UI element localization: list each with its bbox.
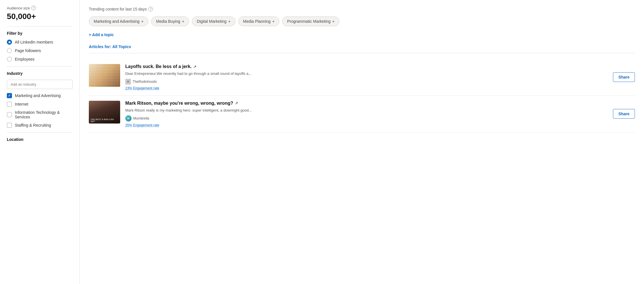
audience-size-value: 50,000+ xyxy=(7,12,73,21)
industry-internet[interactable]: Internet xyxy=(7,102,73,107)
article-excerpt-1: Dear Entrepreneur,We recently had to go … xyxy=(125,71,608,77)
industry-it-services[interactable]: Information Technology & Services xyxy=(7,110,73,119)
topic-pill-media-planning-label: Media Planning xyxy=(243,19,271,24)
topic-pill-programmatic-label: Programmatic Marketing xyxy=(287,19,331,24)
articles-for-label: Articles for: xyxy=(89,44,111,49)
audience-size-info-icon[interactable]: ? xyxy=(31,6,36,10)
industry-internet-label: Internet xyxy=(15,102,28,106)
filter-all-linkedin-label: All LinkedIn members xyxy=(15,40,53,44)
topic-pill-marketing[interactable]: Marketing and Advertising + xyxy=(89,17,148,26)
filter-page-followers-label: Page followers xyxy=(15,48,41,53)
audience-size-text: Audience size xyxy=(7,6,30,10)
source-icon-1: R xyxy=(125,79,131,85)
articles-for: Articles for: All Topics xyxy=(89,44,635,53)
topic-pill-marketing-plus: + xyxy=(141,19,143,24)
divider-1 xyxy=(7,26,73,26)
engagement-rate-1[interactable]: Engagement rate xyxy=(133,86,159,90)
main-content: Trending content for last 15 days ? Mark… xyxy=(80,0,644,284)
topic-pill-digital-marketing-plus: + xyxy=(228,19,231,24)
article-content-2: Mark Ritson, maybe you're wrong, wrong, … xyxy=(125,101,608,127)
article-title-2[interactable]: Mark Ritson, maybe you're wrong, wrong, … xyxy=(125,101,608,106)
share-button-2[interactable]: Share xyxy=(613,109,635,119)
add-topic-button[interactable]: + Add a topic xyxy=(89,31,114,38)
topic-pill-programmatic-plus: + xyxy=(332,19,335,24)
add-topic-label: + Add a topic xyxy=(89,32,114,37)
radio-all-linkedin[interactable] xyxy=(7,40,12,45)
industry-staffing-label: Staffing & Recruiting xyxy=(15,123,51,127)
topic-pill-media-buying-label: Media Buying xyxy=(156,19,180,24)
source-name-1: TheRodinhoods xyxy=(133,80,157,84)
filter-page-followers[interactable]: Page followers xyxy=(7,48,73,53)
topic-pill-media-buying-plus: + xyxy=(182,19,184,24)
filter-employees-label: Employees xyxy=(15,57,34,61)
article-title-text-2: Mark Ritson, maybe you're wrong, wrong, … xyxy=(125,101,233,106)
industry-it-services-label: Information Technology & Services xyxy=(15,110,73,119)
article-thumb-2-inner: THE BEST A MAN CAN GET xyxy=(89,101,120,124)
filter-radio-group: All LinkedIn members Page followers Empl… xyxy=(7,40,73,62)
industry-staffing[interactable]: Staffing & Recruiting xyxy=(7,123,73,128)
radio-employees[interactable] xyxy=(7,57,12,62)
source-icon-2: M xyxy=(125,115,132,122)
article-source-2: M Mumbrella xyxy=(125,115,608,122)
industry-marketing[interactable]: Marketing and Advertising xyxy=(7,93,73,98)
industry-checkbox-group: Marketing and Advertising Internet Infor… xyxy=(7,93,73,128)
topic-pill-media-planning[interactable]: Media Planning + xyxy=(238,17,280,26)
audience-size-label: Audience size ? xyxy=(7,6,73,10)
trending-header: Trending content for last 15 days ? xyxy=(89,7,635,11)
source-name-2: Mumbrella xyxy=(133,116,149,120)
external-link-icon-2: ↗ xyxy=(235,101,238,105)
article-thumb-1-inner xyxy=(89,64,120,87)
article-thumb-2-text: THE BEST A MAN CAN GET xyxy=(91,118,118,122)
filter-by-label: Filter by xyxy=(7,31,73,36)
topic-pill-marketing-label: Marketing and Advertising xyxy=(94,19,140,24)
industry-input[interactable] xyxy=(7,80,73,89)
engagement-pct-1: 23% xyxy=(125,86,132,90)
article-card-1: Layoffs suck. Be less of a jerk. ↗ Dear … xyxy=(89,59,635,96)
industry-label: Industry xyxy=(7,71,73,76)
topic-pill-digital-marketing[interactable]: Digital Marketing + xyxy=(192,17,235,26)
article-title-1[interactable]: Layoffs suck. Be less of a jerk. ↗ xyxy=(125,64,608,69)
article-thumbnail-1 xyxy=(89,64,120,87)
checkbox-staffing[interactable] xyxy=(7,123,12,128)
engagement-pct-2: 35% xyxy=(125,123,132,127)
share-button-1[interactable]: Share xyxy=(613,72,635,82)
sidebar: Audience size ? 50,000+ Filter by All Li… xyxy=(0,0,80,284)
engagement-2: 35% Engagement rate xyxy=(125,123,608,127)
engagement-rate-2[interactable]: Engagement rate xyxy=(133,123,159,127)
article-card-2: THE BEST A MAN CAN GET Mark Ritson, mayb… xyxy=(89,96,635,133)
divider-2 xyxy=(7,66,73,67)
divider-3 xyxy=(7,132,73,133)
topic-pill-media-buying[interactable]: Media Buying + xyxy=(151,17,189,26)
filter-all-linkedin[interactable]: All LinkedIn members xyxy=(7,40,73,45)
topic-pill-programmatic[interactable]: Programmatic Marketing + xyxy=(282,17,339,26)
article-content-1: Layoffs suck. Be less of a jerk. ↗ Dear … xyxy=(125,64,608,90)
filter-employees[interactable]: Employees xyxy=(7,57,73,62)
external-link-icon-1: ↗ xyxy=(193,65,196,69)
trending-info-icon[interactable]: ? xyxy=(148,7,153,11)
article-thumbnail-2: THE BEST A MAN CAN GET xyxy=(89,101,120,124)
trending-label: Trending content for last 15 days xyxy=(89,7,147,11)
articles-for-value[interactable]: All Topics xyxy=(112,44,131,49)
location-label: Location xyxy=(7,137,73,142)
topic-pill-digital-marketing-label: Digital Marketing xyxy=(197,19,226,24)
industry-marketing-label: Marketing and Advertising xyxy=(15,93,61,98)
checkbox-it-services[interactable] xyxy=(7,112,12,117)
topic-pills: Marketing and Advertising + Media Buying… xyxy=(89,17,635,26)
article-source-1: R TheRodinhoods xyxy=(125,79,608,85)
checkbox-marketing[interactable] xyxy=(7,93,12,98)
article-excerpt-2: Mark Ritson really is my marketing hero:… xyxy=(125,108,608,113)
topic-pill-media-planning-plus: + xyxy=(272,19,274,24)
article-title-text-1: Layoffs suck. Be less of a jerk. xyxy=(125,64,192,69)
engagement-1: 23% Engagement rate xyxy=(125,86,608,90)
checkbox-internet[interactable] xyxy=(7,102,12,107)
radio-page-followers[interactable] xyxy=(7,48,12,53)
